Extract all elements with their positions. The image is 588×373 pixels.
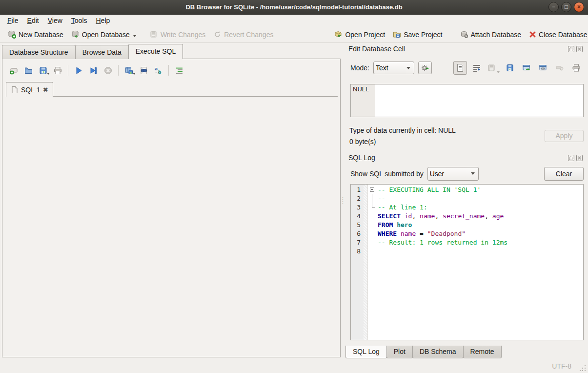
- menu-help[interactable]: Help: [92, 16, 115, 25]
- sql-document-icon: [11, 86, 18, 94]
- revert-changes-button: Revert Changes: [209, 28, 277, 41]
- toolbar-separator: [168, 65, 169, 76]
- sql-editor-toolbar: a b: [7, 62, 186, 78]
- sql-log-view[interactable]: 12345678-- EXECUTING ALL IN 'SQL 1'---- …: [350, 184, 584, 340]
- window-controls: − □ ×: [548, 2, 584, 12]
- encoding-label: UTF-8: [552, 362, 571, 370]
- format-sql-button[interactable]: [172, 63, 186, 77]
- submitter-select[interactable]: User: [427, 167, 479, 181]
- execute-all-button[interactable]: [72, 63, 85, 77]
- minimize-icon[interactable]: −: [548, 2, 559, 12]
- sql-log-dock-header: SQL Log: [348, 154, 587, 162]
- print-icon: [53, 66, 62, 75]
- mode-select[interactable]: Text: [373, 62, 414, 74]
- execute-current-line-icon: [89, 66, 98, 75]
- sql-tab-close-icon[interactable]: ✖: [43, 86, 48, 93]
- sql-log-title: SQL Log: [348, 154, 568, 162]
- attach-database-button[interactable]: Attach Database: [456, 28, 526, 41]
- edit-cell-title: Edit Database Cell: [348, 45, 568, 53]
- export-results-icon: [124, 66, 134, 75]
- edit-cell-dock-header: Edit Database Cell: [348, 45, 587, 53]
- export-results-button[interactable]: [122, 63, 136, 77]
- new-database-button[interactable]: New Database: [4, 28, 67, 41]
- svg-text:b: b: [158, 70, 162, 75]
- save-sql-dropdown-icon[interactable]: [47, 73, 50, 75]
- sql-tab-label: SQL 1: [21, 86, 40, 94]
- cell-toolbar: [453, 61, 583, 75]
- resize-grip-icon[interactable]: [580, 365, 586, 371]
- toolbar-separator: [118, 65, 119, 76]
- menu-view[interactable]: View: [43, 16, 67, 25]
- save-sql-file-icon: [39, 66, 48, 75]
- float-dock-icon[interactable]: [568, 46, 574, 52]
- dock-tab-bar: SQL Log Plot DB Schema Remote: [345, 346, 501, 358]
- menu-tools[interactable]: Tools: [67, 16, 92, 25]
- maximize-icon[interactable]: □: [561, 2, 571, 12]
- find-icon: [139, 66, 148, 75]
- print-button[interactable]: [51, 63, 64, 77]
- float-dock-icon[interactable]: [568, 155, 574, 161]
- close-database-button[interactable]: Close Database: [525, 29, 588, 41]
- set-null-icon: [555, 63, 564, 72]
- export-file-button[interactable]: [503, 61, 517, 75]
- copy-link-icon: [539, 63, 547, 72]
- title-bar: DB Browser for SQLite - /home/user/code/…: [0, 0, 588, 15]
- export-results-dropdown-icon[interactable]: [133, 73, 136, 75]
- attach-database-icon: [460, 30, 468, 39]
- cell-value-editor[interactable]: NULL: [350, 84, 584, 117]
- revert-changes-icon: [213, 30, 222, 39]
- mode-apply-button[interactable]: [418, 62, 432, 74]
- replace-button[interactable]: a b: [151, 63, 165, 77]
- execute-current-line-button[interactable]: [86, 63, 100, 77]
- open-database-dropdown-icon[interactable]: [133, 35, 136, 37]
- close-dock-icon[interactable]: [576, 155, 583, 161]
- execute-sql-panel: [2, 59, 341, 357]
- close-database-icon: [529, 31, 536, 38]
- open-database-button[interactable]: Open Database: [67, 28, 140, 41]
- save-project-button[interactable]: Save Project: [389, 28, 446, 41]
- close-icon[interactable]: ×: [574, 2, 584, 12]
- sql-tab[interactable]: SQL 1 ✖: [6, 82, 53, 97]
- tab-browse-data[interactable]: Browse Data: [75, 45, 129, 59]
- open-external-button[interactable]: [520, 61, 533, 75]
- tab-database-structure[interactable]: Database Structure: [2, 45, 76, 59]
- tab-plot[interactable]: Plot: [386, 346, 413, 358]
- tab-sql-log[interactable]: SQL Log: [345, 346, 387, 358]
- stop-button: [101, 63, 115, 77]
- save-sql-file-button[interactable]: [36, 63, 50, 77]
- clear-log-button[interactable]: Clear: [544, 167, 584, 181]
- status-bar: UTF-8: [0, 359, 588, 373]
- text-view-button[interactable]: [453, 61, 467, 75]
- gear-icon: [421, 63, 429, 72]
- mode-label: Mode:: [350, 64, 369, 72]
- window-title: DB Browser for SQLite - /home/user/code/…: [185, 3, 402, 11]
- open-sql-file-button[interactable]: [21, 63, 35, 77]
- tab-db-schema[interactable]: DB Schema: [412, 346, 464, 358]
- cell-value: NULL: [351, 84, 375, 117]
- set-null-button: [553, 61, 567, 75]
- cell-mode-row: Mode: Text: [350, 61, 584, 75]
- word-wrap-button[interactable]: [470, 61, 484, 75]
- tab-remote[interactable]: Remote: [463, 346, 502, 358]
- close-dock-icon[interactable]: [576, 46, 583, 52]
- vertical-splitter-handle[interactable]: ····: [341, 43, 345, 357]
- print-cell-button[interactable]: [569, 61, 583, 75]
- find-button[interactable]: [137, 63, 150, 77]
- sql-tab-bar: SQL 1 ✖: [6, 82, 337, 97]
- menu-file[interactable]: File: [3, 16, 23, 25]
- toolbar-separator: [68, 65, 68, 76]
- new-database-icon: [8, 30, 16, 39]
- menu-bar: File Edit View Tools Help: [0, 15, 588, 26]
- text-view-icon: [456, 63, 464, 72]
- replace-icon: a b: [154, 66, 163, 75]
- tab-execute-sql[interactable]: Execute SQL: [128, 44, 183, 59]
- copy-link-button[interactable]: [536, 61, 550, 75]
- open-project-button[interactable]: Open Project: [330, 28, 389, 41]
- cell-size-info: 0 byte(s): [349, 138, 376, 145]
- export-file-icon: [506, 63, 514, 72]
- write-changes-button: Write Changes: [146, 28, 209, 41]
- cell-type-info: Type of data currently in cell: NULL: [349, 126, 456, 134]
- menu-edit[interactable]: Edit: [23, 16, 43, 25]
- new-sql-tab-button[interactable]: [7, 63, 20, 77]
- print-cell-icon: [572, 63, 581, 72]
